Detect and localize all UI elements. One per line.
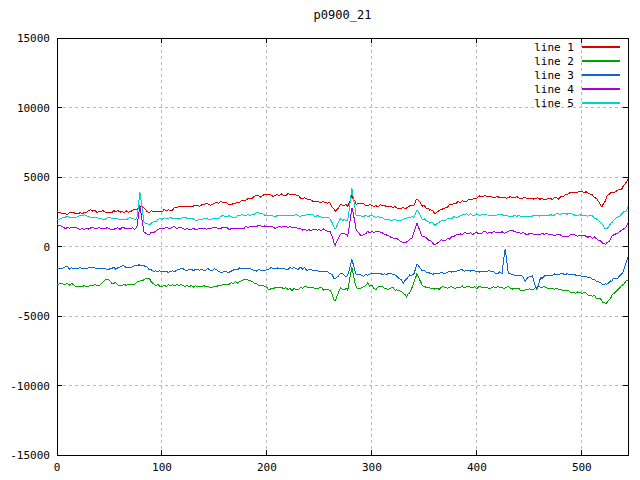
legend-label: line 3 [534,69,574,82]
x-tick-label: 100 [137,461,187,474]
y-tick-label: -5000 [0,310,50,323]
legend-item: line 3 [534,68,620,82]
legend-label: line 2 [534,55,574,68]
chart: p0900_21 -15000-10000-500005000100001500… [0,0,640,480]
legend-line-sample [582,88,620,90]
y-tick-label: 0 [0,241,50,254]
y-tick-label: 15000 [0,32,50,45]
legend-label: line 4 [534,83,574,96]
y-tick-label: 5000 [0,171,50,184]
legend-label: line 1 [534,41,574,54]
x-tick-label: 400 [452,461,502,474]
series-line-3 [57,249,628,290]
legend: line 1line 2line 3line 4line 5 [534,40,620,110]
legend-item: line 1 [534,40,620,54]
x-tick-label: 0 [32,461,82,474]
x-tick-label: 300 [347,461,397,474]
x-tick-label: 200 [242,461,292,474]
legend-label: line 5 [534,97,574,110]
legend-line-sample [582,46,620,48]
y-tick-label: 10000 [0,102,50,115]
x-tick-label: 500 [557,461,607,474]
legend-item: line 4 [534,82,620,96]
legend-line-sample [582,102,620,104]
legend-line-sample [582,60,620,62]
y-tick-label: -10000 [0,380,50,393]
legend-item: line 2 [534,54,620,68]
legend-line-sample [582,74,620,76]
legend-item: line 5 [534,96,620,110]
